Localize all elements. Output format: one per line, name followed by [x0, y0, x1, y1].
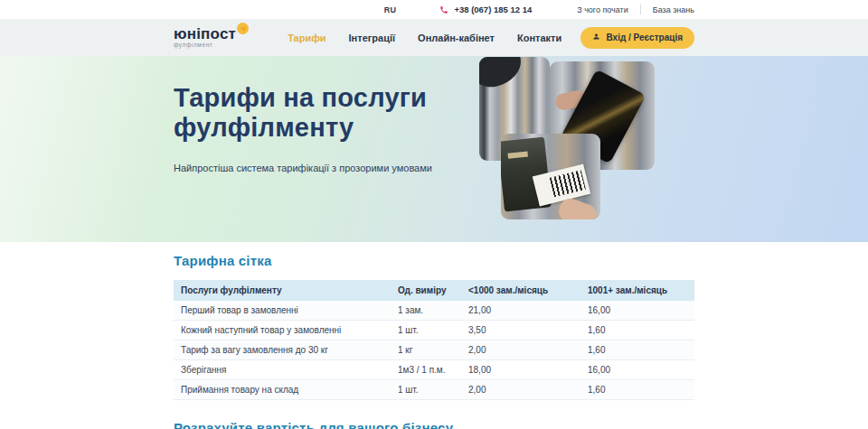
language-switcher[interactable]: RU: [384, 5, 397, 14]
cell-price-low: 2,00: [461, 380, 580, 400]
cell-service: Перший товар в замовленні: [174, 301, 391, 321]
col-header-under-1000: <1000 зам./місяць: [461, 280, 580, 301]
cell-service: Тариф за вагу замовлення до 30 кг: [174, 340, 391, 360]
phone-icon: [439, 2, 448, 18]
logo-tagline: фулфілмент: [174, 42, 236, 49]
label-printer-photo: [501, 134, 600, 219]
pricing-section: Тарифна сітка Послуги фулфілменту Од. ви…: [0, 242, 868, 429]
cell-unit: 1 зам.: [391, 301, 461, 321]
top-link-getting-started[interactable]: З чого почати: [577, 5, 628, 14]
cell-unit: 1м3 / 1 п.м.: [391, 360, 461, 380]
cell-price-high: 16,00: [580, 360, 694, 380]
top-link-knowledge-base[interactable]: База знань: [653, 5, 694, 14]
nav-tariffs[interactable]: Тарифи: [288, 33, 326, 43]
calculator-heading: Розрахуйте вартість для вашого бізнесу: [174, 420, 694, 429]
logo-paper-plane-icon: [237, 23, 249, 34]
cell-unit: 1 шт.: [391, 321, 461, 340]
login-register-label: Вхід / Реєстрація: [606, 33, 683, 42]
cell-price-low: 18,00: [461, 360, 580, 380]
cell-price-high: 1,60: [580, 380, 694, 400]
cell-price-low: 2,00: [461, 340, 580, 360]
table-row: Приймання товару на склад 1 шт. 2,00 1,6…: [174, 380, 694, 400]
cell-unit: 1 шт.: [391, 380, 461, 400]
nav-online-cabinet[interactable]: Онлайн-кабінет: [418, 33, 495, 43]
logo-name: юніпост: [174, 26, 236, 42]
topbar-divider: [640, 5, 641, 14]
nav-contacts[interactable]: Контакти: [517, 33, 561, 43]
cell-service: Кожний наступний товар у замовленні: [174, 321, 391, 340]
table-row: Кожний наступний товар у замовленні 1 шт…: [174, 321, 694, 340]
pricing-table: Послуги фулфілменту Од. виміру <1000 зам…: [174, 280, 694, 400]
main-nav: Тарифи Інтеграції Онлайн-кабінет Контакт…: [288, 33, 561, 43]
table-row: Зберігання 1м3 / 1 п.м. 18,00 16,00: [174, 360, 694, 380]
table-row: Тариф за вагу замовлення до 30 кг 1 кг 2…: [174, 340, 694, 360]
phone-link[interactable]: +38 (067) 185 12 14: [439, 2, 532, 18]
cell-price-low: 21,00: [461, 301, 580, 321]
user-icon: [592, 33, 600, 42]
cell-service: Приймання товару на склад: [174, 380, 391, 400]
hero-banner: Тарифи на послуги фулфілменту Найпростіш…: [0, 56, 868, 242]
main-header: юніпост фулфілмент Тарифи Інтеграції Онл…: [0, 19, 868, 56]
cell-price-high: 1,60: [580, 340, 694, 360]
cell-unit: 1 кг: [391, 340, 461, 360]
login-register-button[interactable]: Вхід / Реєстрація: [580, 27, 694, 49]
top-utility-bar: RU +38 (067) 185 12 14 З чого почати Баз…: [0, 0, 868, 19]
cell-price-high: 1,60: [580, 321, 694, 340]
col-header-over-1001: 1001+ зам./місяць: [580, 280, 694, 301]
cell-price-low: 3,50: [461, 321, 580, 340]
cell-service: Зберігання: [174, 360, 391, 380]
col-header-unit: Од. виміру: [391, 280, 461, 301]
hero-subtitle: Найпростіша система тарифікації з прозор…: [174, 163, 463, 173]
page-title: Тарифи на послуги фулфілменту: [174, 83, 463, 143]
cell-price-high: 16,00: [580, 301, 694, 321]
table-header-row: Послуги фулфілменту Од. виміру <1000 зам…: [174, 280, 694, 301]
nav-integrations[interactable]: Інтеграції: [349, 33, 396, 43]
table-row: Перший товар в замовленні 1 зам. 21,00 1…: [174, 301, 694, 321]
phone-number: +38 (067) 185 12 14: [454, 5, 532, 14]
pricing-heading: Тарифна сітка: [174, 253, 694, 268]
col-header-service: Послуги фулфілменту: [174, 280, 391, 301]
logo[interactable]: юніпост фулфілмент: [174, 26, 236, 49]
